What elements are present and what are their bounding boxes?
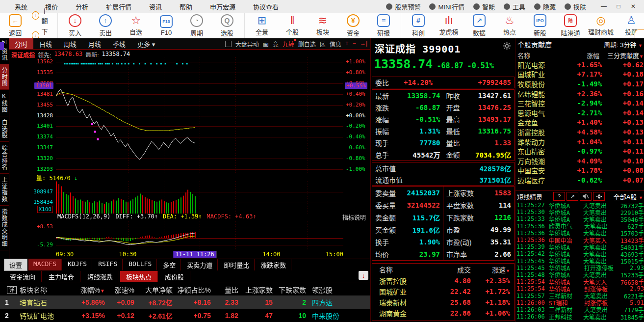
indicator-tab[interactable]: 即时量比 xyxy=(219,259,255,270)
chart-tool[interactable]: →| xyxy=(360,40,367,48)
popout-icon[interactable]: ↗ xyxy=(567,192,578,201)
toolbar-button-龙虎榜[interactable]: ılı龙虎榜 xyxy=(434,13,464,38)
indicator-tab[interactable]: 买卖力道 xyxy=(182,259,218,270)
toolbar-button-新股[interactable]: IPO新股 xyxy=(525,13,555,38)
indicator-tab[interactable]: BOLLFS xyxy=(124,259,157,270)
menubar-tool[interactable]: 股票预警 xyxy=(383,1,423,12)
chart-tool[interactable]: 删自选 xyxy=(298,40,316,48)
sub-tab[interactable]: 短线涨跌 xyxy=(81,271,119,282)
period-select[interactable]: 周期: 3分钟 ▼ xyxy=(604,40,643,49)
menu-item[interactable]: 系统 xyxy=(7,0,35,13)
contribution-row[interactable]: 中国宝安 +1.78% +0.08 xyxy=(515,166,644,176)
contribution-row[interactable]: 潍柴动力 +1.04% +0.11 xyxy=(515,137,644,147)
mute-icon[interactable] xyxy=(580,192,592,201)
help-icon[interactable]: ? xyxy=(553,192,565,201)
alert-row[interactable]: 11:25:36 华侨城A 大笔卖出 15703手 xyxy=(515,230,644,237)
contribution-row[interactable]: 浙富控股 +4.58% +0.13 xyxy=(515,127,644,137)
intraday-price-chart[interactable] xyxy=(56,57,343,174)
indicator-tab[interactable]: 涨跌家数 xyxy=(256,259,291,270)
chart-tool[interactable]: 区 xyxy=(320,40,326,48)
toolbar-button-F10[interactable]: F10F10 xyxy=(151,13,181,38)
menubar-tool[interactable]: 工具 xyxy=(501,1,528,12)
toolbar-button-买入[interactable]: ↓买入 xyxy=(60,13,90,38)
alert-row[interactable]: 11:25:57 三祥新材 大笔卖出 6221手 xyxy=(515,292,644,299)
alert-row[interactable]: 11:25:54 华侨城A 大笔买入 76658手 xyxy=(515,278,644,285)
settings-icon[interactable] xyxy=(593,192,605,201)
menubar-tool[interactable]: 换肤 xyxy=(562,1,589,12)
alert-row[interactable]: 11:25:27 华侨城A 大笔卖出 26732手 xyxy=(515,202,644,209)
alert-row[interactable]: 11:25:48 华侨城A 大笔卖出 15233手 xyxy=(515,271,644,278)
alert-row[interactable]: 11:26:06 正邦科技 大笔卖出 31845手 xyxy=(515,313,644,320)
indicator-tab[interactable]: 多空 xyxy=(158,259,181,270)
contribution-row[interactable]: 牧原股份 -1.49% +0.17 xyxy=(515,79,644,89)
sub-tab[interactable]: 主力增仓 xyxy=(43,271,80,282)
contribution-row[interactable]: 金龙鱼 +1.40% +0.13 xyxy=(515,118,644,128)
sidebar-item[interactable]: 自选股 xyxy=(0,116,9,142)
menu-item[interactable]: 帮助 xyxy=(172,0,200,13)
sector-row[interactable]: 1 培育钻石 +5.86% +0.09 +8.72亿 +8.16 2.33 15… xyxy=(0,295,370,309)
chart-tool[interactable]: 信息 xyxy=(330,40,341,48)
speed-row[interactable]: 湖南黄金 22.86 +1.06% xyxy=(372,308,514,319)
toolbar-button-板块[interactable]: ≋板块 xyxy=(308,13,338,38)
alert-filter[interactable]: 全部A股 ▼ xyxy=(614,192,643,201)
sidebar-item[interactable]: 上证指数 xyxy=(0,174,9,206)
speed-row[interactable]: 国城矿业 22.42 +1.72% xyxy=(372,286,514,297)
toolbar-button-陆港通[interactable]: 陆陆港通 xyxy=(555,13,586,38)
menu-item[interactable]: 分析 xyxy=(68,0,96,13)
menu-item[interactable]: 资讯 xyxy=(141,0,170,13)
toolbar-button-全景[interactable]: ⊞全景 xyxy=(247,13,277,38)
speed-row[interactable]: 浙富控股 4.80 +2.35% xyxy=(372,275,514,286)
alert-row[interactable]: 11:25:39 华侨城A 大笔卖出 54031手 xyxy=(515,243,644,250)
menubar-tool[interactable]: 智能 xyxy=(470,1,498,12)
gear-icon[interactable] xyxy=(503,42,511,50)
chart-tool[interactable]: + xyxy=(345,40,349,48)
period-tab[interactable]: 更多 ▾ xyxy=(131,38,161,50)
chart-tool[interactable]: 九转 xyxy=(283,40,294,48)
settings-tab[interactable]: 设置 xyxy=(4,259,27,271)
menu-item[interactable]: 扩展行情 xyxy=(98,0,139,13)
alert-row[interactable]: 11:25:45 华侨城A 大笔卖出 15015手 xyxy=(515,258,644,265)
contribution-row[interactable]: 国城矿业 +7.17% +0.18 xyxy=(515,70,644,80)
download-icon[interactable]: ↓ xyxy=(359,271,368,280)
sector-row[interactable]: 2 钙钛矿电池 +3.15% +0.12 +2.61亿 +0.75 1.82 4… xyxy=(0,309,370,322)
alert-row[interactable]: 11:25:42 华侨城A 大笔卖出 43693手 xyxy=(515,250,644,257)
contribution-row[interactable]: 思源电气 -2.71% +0.14 xyxy=(515,108,644,118)
indicator-tab[interactable]: RSIFS xyxy=(93,259,123,270)
maximize-button[interactable]: □ xyxy=(612,1,625,11)
contribution-row[interactable]: 亿纬锂能 +2.36% +0.16 xyxy=(515,89,644,99)
alert-row[interactable]: 11:25:45 华侨城A 打开涨停板 2.93 xyxy=(515,265,644,271)
toolbar-button-理财商城[interactable]: ◎理财商城 xyxy=(586,13,616,38)
indicator-tab[interactable]: MACDFS xyxy=(28,259,62,270)
menubar-tool[interactable]: MINI行情 xyxy=(426,1,467,12)
page-up-button[interactable]: ↑ 上翻 xyxy=(32,6,52,25)
back-button[interactable]: ← 返回 xyxy=(2,13,29,38)
contribution-row[interactable]: 三花智控 -2.94% +0.14 xyxy=(515,98,644,108)
period-tab[interactable]: 季线 xyxy=(107,38,131,50)
contribution-row[interactable]: 万向钱潮 +4.09% +0.10 xyxy=(515,156,644,166)
toolbar-button-研报[interactable]: ≡研报 xyxy=(368,13,399,38)
lock-icon[interactable] xyxy=(225,41,232,47)
period-tab[interactable]: 周线 xyxy=(58,38,82,50)
toolbar-button-自选[interactable]: ☆自选 xyxy=(121,13,151,38)
alert-row[interactable]: 11:26:03 三祥新材 大笔卖出 7179手 xyxy=(515,306,644,313)
alert-row[interactable]: 11:25:54 华侨城A 封涨停板 2.93 xyxy=(515,285,644,292)
period-tab[interactable]: 月线 xyxy=(82,38,107,50)
alert-row[interactable]: 11:25:33 华侨城A 大笔卖出 35046手 xyxy=(515,215,644,222)
indicator-tab[interactable]: KDJFS xyxy=(63,259,92,270)
menu-item[interactable]: 协议查看 xyxy=(245,0,286,13)
chart-tool[interactable]: 大盘异动 xyxy=(235,40,259,48)
period-tab[interactable]: 日线 xyxy=(33,38,58,50)
sub-tab[interactable]: 板块热点 xyxy=(120,271,158,282)
chart-tool[interactable]: − xyxy=(353,40,356,48)
toolbar-button-科创[interactable]: #科创 xyxy=(403,13,434,38)
period-tab[interactable]: 分时 xyxy=(9,38,33,50)
contribution-row[interactable]: 阳光电源 +1.65% +0.62 xyxy=(515,60,644,70)
toolbar-button-个股[interactable]: ‖个股 xyxy=(277,13,308,38)
detail-box[interactable]: 详 xyxy=(7,286,17,294)
alert-row[interactable]: 11:25:30 华侨城A 大笔卖出 22910手 xyxy=(515,209,644,215)
menubar-tool[interactable]: 隐藏 xyxy=(531,1,559,12)
macd-chart[interactable] xyxy=(56,221,343,250)
toolbar-button-周期[interactable]: ◔周期 xyxy=(181,13,212,38)
toolbar-button-选股[interactable]: Q选股 xyxy=(212,13,242,38)
alert-row[interactable]: 11:25:36 欣灵电气 大笔卖出 627手 xyxy=(515,223,644,230)
